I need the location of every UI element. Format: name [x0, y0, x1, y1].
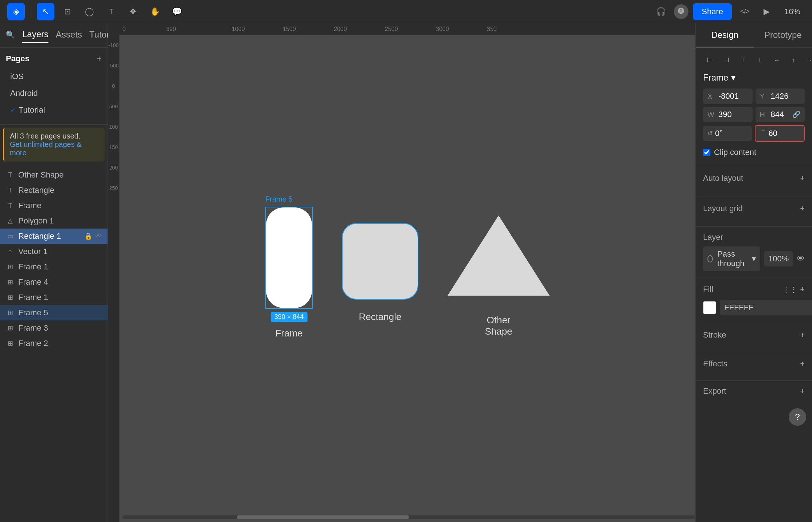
stroke-add[interactable]: + [800, 330, 805, 340]
frame-layer-icon: ⊞ [6, 339, 15, 348]
fill-section: Fill ⋮⋮ + 👁 — [696, 277, 812, 323]
layer-item-frame1-a[interactable]: ⊞ Frame 1 [0, 259, 108, 274]
align-right-btn[interactable]: ⊤ [737, 54, 750, 67]
tab-assets[interactable]: Assets [56, 30, 82, 43]
layer-item-frame-text[interactable]: T Frame [0, 198, 108, 213]
align-left-btn[interactable]: ⊢ [703, 54, 716, 67]
page-item-android[interactable]: Android [6, 85, 102, 102]
stroke-section: Stroke + [696, 323, 812, 353]
share-button[interactable]: Share [693, 3, 732, 20]
h-input[interactable] [771, 110, 790, 119]
stroke-header: Stroke + [703, 330, 805, 340]
right-panel-tabs: Design Prototype [696, 23, 812, 48]
search-icon[interactable]: 🔍 [6, 30, 15, 42]
clip-content-checkbox[interactable] [703, 149, 710, 156]
corner-radius-field[interactable]: ⌒ [755, 125, 805, 142]
corner-radius-icon: ⌒ [760, 129, 766, 138]
layout-grid-add[interactable]: + [800, 204, 805, 213]
help-button[interactable]: ? [789, 408, 806, 426]
add-page-button[interactable]: + [97, 54, 102, 64]
frame-layer-icon: ⊞ [6, 278, 15, 287]
rectangle-box[interactable] [342, 223, 418, 300]
toolbar-right: 🎧 ⓿ Share </> ▶ 16% [652, 3, 805, 20]
x-field[interactable]: X [703, 89, 753, 104]
layer-item-frame4[interactable]: ⊞ Frame 4 [0, 274, 108, 290]
y-input[interactable] [771, 91, 801, 101]
tab-layers[interactable]: Layers [22, 29, 48, 43]
promo-link[interactable]: Get unlimited pages & more [10, 140, 99, 157]
frame-layer-icon: ⊞ [6, 262, 15, 271]
canvas-rectangle-item[interactable]: Rectangle [342, 223, 418, 323]
w-input[interactable] [718, 110, 748, 119]
tab-prototype[interactable]: Prototype [754, 23, 812, 47]
layer-item-other-shape[interactable]: T Other Shape [0, 167, 108, 183]
canvas-other-shape-item[interactable]: OtherShape [448, 208, 550, 337]
export-add[interactable]: + [800, 386, 805, 396]
frame-box[interactable] [265, 207, 313, 309]
layer-item-frame3[interactable]: ⊞ Frame 3 [0, 320, 108, 336]
y-field[interactable]: Y [756, 89, 805, 104]
tab-design[interactable]: Design [696, 23, 754, 47]
layer-item-rectangle1[interactable]: ▭ Rectangle 1 🔒 👁 [0, 229, 108, 244]
ruler-vmark-2500: 250 [109, 185, 118, 191]
layer-item-frame5[interactable]: ⊞ Frame 5 [0, 305, 108, 320]
canvas-scrollbar-thumb[interactable] [237, 515, 409, 519]
h-link-icon[interactable]: 🔗 [792, 110, 800, 118]
effects-add[interactable]: + [800, 359, 805, 369]
canvas-content: Frame 5 390 × 844 Frame Rectangle OtherS [120, 35, 695, 510]
layer-item-frame2[interactable]: ⊞ Frame 2 [0, 336, 108, 351]
rotation-field[interactable]: ↺ [703, 126, 752, 141]
corner-radius-input[interactable] [769, 129, 800, 138]
layer-item-polygon1[interactable]: △ Polygon 1 [0, 213, 108, 229]
figma-menu-icon[interactable]: ◈ [7, 3, 25, 20]
rotation-input[interactable] [715, 129, 747, 138]
opacity-field[interactable]: 100% [764, 251, 793, 266]
blend-mode-dropdown[interactable]: Pass through ▾ [703, 246, 760, 271]
eye-icon[interactable]: 👁 [95, 232, 102, 240]
text-tool[interactable]: T [102, 3, 120, 20]
h-field[interactable]: H 🔗 [756, 107, 805, 122]
align-center-v-btn[interactable]: ↔ [770, 54, 783, 67]
layer-item-rectangle[interactable]: T Rectangle [0, 183, 108, 198]
frame-size-badge: 390 × 844 [271, 312, 308, 322]
align-bottom-btn[interactable]: ↕ [787, 54, 800, 67]
align-top-btn[interactable]: ⊥ [753, 54, 766, 67]
comment-tool[interactable]: 💬 [168, 3, 186, 20]
fill-hex-input[interactable] [720, 300, 812, 315]
frame-tool[interactable]: ⊡ [59, 3, 76, 20]
fill-more-icon[interactable]: ⋮⋮ [782, 285, 797, 294]
play-icon[interactable]: ▶ [758, 3, 776, 20]
hand-tool[interactable]: ✋ [146, 3, 164, 20]
zoom-level[interactable]: 16% [780, 5, 805, 19]
auto-layout-add[interactable]: + [800, 174, 805, 183]
page-item-tutorial[interactable]: ✓ Tutorial [6, 102, 102, 118]
text-layer-icon: T [6, 186, 15, 195]
user-count-icon[interactable]: ⓿ [674, 4, 688, 19]
distribute-btn[interactable]: ⋯ [804, 54, 812, 67]
canvas-area[interactable]: 0 390 1000 1500 2000 2500 3000 350 -100 … [108, 23, 695, 522]
canvas-frame-item[interactable]: Frame 5 390 × 844 Frame [265, 207, 313, 339]
other-shape-canvas-label: OtherShape [485, 315, 512, 337]
ruler-vertical: -100 -500 0 500 100 150 200 250 [108, 35, 120, 522]
canvas-scrollbar[interactable] [122, 515, 695, 519]
fill-add[interactable]: + [800, 285, 805, 294]
component-tool[interactable]: ❖ [124, 3, 142, 20]
fill-color-swatch[interactable] [703, 301, 716, 314]
layer-actions: 🔒 👁 [84, 232, 102, 240]
export-section: Export + [696, 381, 812, 408]
lock-icon[interactable]: 🔒 [84, 232, 92, 240]
select-tool[interactable]: ↖ [37, 3, 54, 20]
w-field[interactable]: W [703, 107, 753, 122]
layer-item-vector1[interactable]: ○ Vector 1 [0, 244, 108, 259]
align-center-h-btn[interactable]: ⊣ [720, 54, 733, 67]
layer-visibility-eye-icon[interactable]: 👁 [797, 254, 805, 264]
layer-item-frame1-b[interactable]: ⊞ Frame 1 [0, 290, 108, 305]
multiplayer-icon[interactable]: 🎧 [652, 3, 669, 20]
page-item-ios[interactable]: iOS [6, 68, 102, 85]
x-input[interactable] [718, 91, 748, 101]
shape-tool[interactable]: ◯ [81, 3, 98, 20]
ruler-mark-2000: 2000 [334, 26, 347, 32]
promo-banner: All 3 free pages used. Get unlimited pag… [3, 128, 105, 161]
frame-selector-dropdown[interactable]: Frame ▾ [703, 73, 735, 83]
code-view-icon[interactable]: </> [736, 3, 754, 20]
